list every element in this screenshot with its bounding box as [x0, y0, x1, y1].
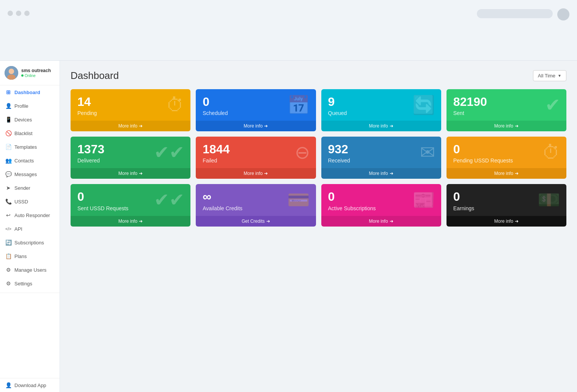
money-icon: 💵 [538, 191, 560, 209]
card-footer-pending-ussd[interactable]: More info ➜ [447, 168, 566, 179]
messages-icon: 💬 [5, 171, 11, 177]
sidebar-item-profile[interactable]: 👤 Profile [0, 99, 60, 113]
checkmark-icon: ✔ [545, 96, 560, 114]
sidebar-item-download-app[interactable]: 👤 Download App [0, 378, 60, 392]
blacklist-icon: 🚫 [5, 130, 11, 136]
card-body-sent: 82190 Sent ✔ [447, 89, 566, 121]
card-footer-delivered[interactable]: More info ➜ [71, 168, 190, 179]
card-delivered: 1373 Delivered ✔✔ More info ➜ [71, 137, 190, 179]
sender-icon: ➤ [5, 185, 11, 191]
sidebar-item-label: API [14, 226, 22, 232]
sidebar-item-dashboard[interactable]: ⊞ Dashboard [0, 85, 60, 99]
card-earnings: 0 Earnings 💵 More info ➜ [447, 184, 566, 226]
sidebar-item-manage-users[interactable]: ⚙ Manage Users [0, 263, 60, 277]
arrow-icon: ➜ [515, 171, 519, 176]
sidebar-item-devices[interactable]: 📱 Devices [0, 113, 60, 126]
arrow-icon: ➜ [139, 171, 143, 176]
chevron-down-icon: ▼ [558, 74, 561, 78]
card-scheduled: 0 Scheduled 📅 More info ➜ [196, 89, 316, 131]
card-body-earnings: 0 Earnings 💵 [447, 184, 566, 216]
card-credits: ∞ Available Credits 💳 Get Credits ➜ [196, 184, 316, 226]
card-footer-received[interactable]: More info ➜ [321, 168, 441, 179]
sidebar-item-templates[interactable]: 📄 Templates [0, 140, 60, 154]
arrow-icon: ➜ [515, 219, 519, 224]
card-footer-credits[interactable]: Get Credits ➜ [196, 216, 316, 227]
card-body-pending-ussd: 0 Pending USSD Requests ⏱ [447, 137, 566, 168]
sidebar-item-messages[interactable]: 💬 Messages [0, 167, 60, 181]
sidebar-user-info: sms outreach Online [21, 68, 51, 77]
card-number-received: 932 [328, 143, 434, 156]
card-sent: 82190 Sent ✔ More info ➜ [447, 89, 566, 131]
refresh-icon: 🔄 [412, 96, 435, 114]
clock-icon: ⏱ [166, 96, 184, 114]
card-body-delivered: 1373 Delivered ✔✔ [71, 137, 190, 168]
download-icon: 👤 [5, 382, 11, 388]
dashboard-grid: 14 Pending ⏱ More info ➜ 0 Scheduled 📅 [71, 89, 566, 227]
browser-address-bar [477, 9, 553, 18]
double-check2-icon: ✔✔ [154, 191, 184, 209]
card-number-failed: 1844 [203, 143, 309, 156]
subscriptions-icon: 🔄 [5, 239, 11, 246]
dashboard-icon: ⊞ [5, 89, 11, 95]
clock2-icon: ⏱ [542, 143, 560, 162]
sidebar-item-label: Blacklist [14, 131, 33, 136]
arrow-icon: ➜ [139, 123, 143, 129]
browser-chrome [0, 0, 577, 61]
card-pending: 14 Pending ⏱ More info ➜ [71, 89, 190, 131]
sidebar-item-label: Profile [14, 103, 28, 109]
card-footer-queued[interactable]: More info ➜ [321, 121, 441, 131]
sidebar-item-sender[interactable]: ➤ Sender [0, 181, 60, 195]
card-label-received: Received [328, 157, 434, 164]
sidebar-item-label: Subscriptions [14, 240, 44, 246]
arrow-icon: ➜ [264, 123, 268, 129]
ussd-icon: 📞 [5, 198, 11, 205]
sidebar-item-blacklist[interactable]: 🚫 Blacklist [0, 126, 60, 140]
card-footer-earnings[interactable]: More info ➜ [447, 216, 566, 227]
card-pending-ussd: 0 Pending USSD Requests ⏱ More info ➜ [447, 137, 566, 179]
sidebar-user-name: sms outreach [21, 68, 51, 73]
sidebar-item-label: Plans [14, 253, 27, 259]
browser-dots [8, 11, 30, 16]
sidebar-item-subscriptions[interactable]: 🔄 Subscriptions [0, 236, 60, 249]
card-failed: 1844 Failed ⊖ More info ➜ [196, 137, 316, 179]
card-footer-failed[interactable]: More info ➜ [196, 168, 316, 179]
card-footer-sent-ussd[interactable]: More info ➜ [71, 216, 190, 227]
sidebar-user-status: Online [21, 74, 51, 78]
card-body-sent-ussd: 0 Sent USSD Requests ✔✔ [71, 184, 190, 216]
arrow-icon: ➜ [264, 171, 268, 176]
card-footer-subscriptions[interactable]: More info ➜ [321, 216, 441, 227]
newspaper-icon: 📰 [412, 191, 435, 209]
card-footer-sent[interactable]: More info ➜ [447, 121, 566, 131]
sidebar-item-plans[interactable]: 📋 Plans [0, 249, 60, 263]
arrow-icon: ➜ [515, 123, 519, 129]
svg-point-3 [9, 69, 14, 74]
sidebar-item-settings[interactable]: ⚙ Settings [0, 277, 60, 290]
arrow-icon: ➜ [390, 171, 393, 176]
sidebar-item-ussd[interactable]: 📞 USSD [0, 195, 60, 208]
sidebar-item-label: Download App [14, 383, 46, 388]
page-title: Dashboard [71, 70, 119, 82]
card-footer-scheduled[interactable]: More info ➜ [196, 121, 316, 131]
sidebar-item-contacts[interactable]: 👥 Contacts [0, 154, 60, 167]
app-container: sms outreach Online ⊞ Dashboard 👤 Profil… [0, 61, 577, 392]
sidebar-item-label: Contacts [14, 158, 34, 164]
browser-dot-yellow [16, 11, 21, 16]
sidebar-item-auto-responder[interactable]: ↩ Auto Responder [0, 208, 60, 222]
api-icon: </> [5, 226, 11, 232]
card-label-failed: Failed [203, 157, 309, 164]
sidebar-item-api[interactable]: </> API [0, 222, 60, 236]
manage-users-icon: ⚙ [5, 267, 11, 273]
card-body-failed: 1844 Failed ⊖ [196, 137, 316, 168]
card-footer-pending[interactable]: More info ➜ [71, 121, 190, 131]
card-body-scheduled: 0 Scheduled 📅 [196, 89, 316, 121]
avatar [5, 66, 18, 80]
dashboard-header: Dashboard All Time ▼ [71, 70, 566, 82]
time-filter-dropdown[interactable]: All Time ▼ [533, 70, 566, 81]
browser-dot-red [8, 11, 13, 16]
devices-icon: 📱 [5, 116, 11, 123]
card-queued: 9 Queued 🔄 More info ➜ [321, 89, 441, 131]
sidebar-item-label: Settings [14, 281, 32, 287]
card-body-queued: 9 Queued 🔄 [321, 89, 441, 121]
contacts-icon: 👥 [5, 157, 11, 164]
card-body-pending: 14 Pending ⏱ [71, 89, 190, 121]
